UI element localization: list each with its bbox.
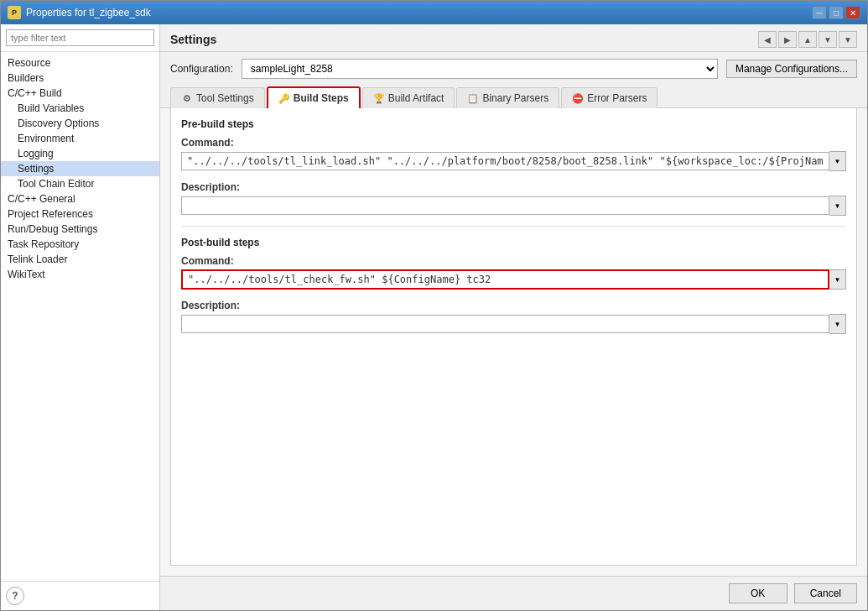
tab-build-artifact[interactable]: 🏆 Build Artifact — [362, 87, 455, 108]
panel-title: Settings — [170, 33, 216, 46]
filter-input[interactable] — [6, 29, 154, 46]
build-artifact-icon: 🏆 — [373, 92, 385, 104]
tab-bar: ⚙ Tool Settings 🔑 Build Steps 🏆 Build Ar… — [160, 86, 867, 108]
pre-description-label: Description: — [181, 181, 846, 193]
pre-command-input[interactable] — [181, 152, 829, 170]
config-label: Configuration: — [170, 63, 233, 75]
sidebar-item-project-references[interactable]: Project References — [1, 206, 159, 222]
sidebar-item-build-variables[interactable]: Build Variables — [1, 101, 159, 116]
error-parsers-icon: ⛔ — [572, 92, 584, 104]
config-row: Configuration: sampleLight_8258 Manage C… — [160, 52, 867, 86]
post-command-group: Command: ▼ — [181, 255, 846, 290]
sidebar-item-task-repository[interactable]: Task Repository — [1, 237, 159, 252]
post-description-input[interactable] — [181, 315, 829, 333]
main-window: P Properties for tl_zigbee_sdk ─ □ ✕ Res… — [0, 0, 868, 611]
post-description-label: Description: — [181, 300, 846, 311]
tab-build-steps[interactable]: 🔑 Build Steps — [267, 86, 361, 108]
config-select[interactable]: sampleLight_8258 — [242, 59, 718, 79]
pre-command-row: ▼ — [181, 151, 846, 171]
sidebar-item-run-debug-settings[interactable]: Run/Debug Settings — [1, 222, 159, 237]
window-controls: ─ □ ✕ — [812, 6, 860, 19]
help-button[interactable]: ? — [6, 587, 24, 605]
title-bar: P Properties for tl_zigbee_sdk ─ □ ✕ — [1, 1, 867, 24]
tree-area: Resource Builders C/C++ Build Build Vari… — [1, 52, 159, 581]
sidebar-item-discovery-options[interactable]: Discovery Options — [1, 116, 159, 131]
sidebar-item-resource[interactable]: Resource — [1, 55, 159, 70]
sidebar-item-tool-chain-editor[interactable]: Tool Chain Editor — [1, 176, 159, 191]
menu-button[interactable]: ▼ — [839, 31, 857, 48]
minimize-button[interactable]: ─ — [812, 6, 827, 19]
post-description-row: ▼ — [181, 314, 846, 334]
filter-box — [1, 24, 159, 52]
pre-description-input[interactable] — [181, 196, 829, 215]
sidebar-item-telink-loader[interactable]: Telink Loader — [1, 252, 159, 267]
manage-configurations-button[interactable]: Manage Configurations... — [726, 60, 857, 78]
up-button[interactable]: ▲ — [798, 31, 817, 48]
section-divider — [181, 226, 846, 227]
nav-buttons: ◀ ▶ ▲ ▼ ▼ — [758, 31, 857, 48]
close-button[interactable]: ✕ — [845, 6, 860, 19]
post-command-row: ▼ — [181, 269, 846, 290]
post-build-section-title: Post-build steps — [181, 237, 846, 248]
sidebar-item-logging[interactable]: Logging — [1, 146, 159, 161]
pre-command-dropdown[interactable]: ▼ — [829, 151, 846, 171]
sidebar-item-wikitext[interactable]: WikiText — [1, 267, 159, 282]
sidebar-item-cpp-build[interactable]: C/C++ Build — [1, 86, 159, 101]
pre-build-section-title: Pre-build steps — [181, 118, 846, 130]
post-command-label: Command: — [181, 255, 846, 267]
main-panel: Settings ◀ ▶ ▲ ▼ ▼ Configuration: sample… — [160, 24, 867, 610]
cancel-button[interactable]: Cancel — [794, 583, 857, 603]
pre-command-group: Command: ▼ — [181, 137, 846, 171]
ok-button[interactable]: OK — [729, 583, 787, 603]
tab-content-build-steps: Pre-build steps Command: ▼ Description: … — [170, 108, 857, 566]
binary-parsers-icon: 📋 — [467, 92, 479, 104]
sidebar-item-builders[interactable]: Builders — [1, 70, 159, 86]
sidebar: Resource Builders C/C++ Build Build Vari… — [1, 24, 160, 610]
sidebar-item-cpp-general[interactable]: C/C++ General — [1, 191, 159, 206]
sidebar-item-environment[interactable]: Environment — [1, 131, 159, 146]
forward-button[interactable]: ▶ — [778, 31, 797, 48]
maximize-button[interactable]: □ — [829, 6, 844, 19]
pre-description-group: Description: ▼ — [181, 181, 846, 216]
sidebar-item-settings[interactable]: Settings — [1, 161, 159, 176]
build-steps-icon: 🔑 — [278, 92, 290, 104]
sidebar-bottom: ? — [1, 581, 159, 610]
pre-description-dropdown[interactable]: ▼ — [829, 196, 846, 216]
pre-command-label: Command: — [181, 137, 846, 149]
dropdown-button[interactable]: ▼ — [819, 31, 837, 48]
post-command-input[interactable] — [181, 269, 829, 290]
window-title: Properties for tl_zigbee_sdk — [26, 7, 151, 18]
window-icon: P — [8, 6, 21, 19]
back-button[interactable]: ◀ — [758, 31, 777, 48]
content-area: Resource Builders C/C++ Build Build Vari… — [1, 24, 867, 610]
tab-tool-settings[interactable]: ⚙ Tool Settings — [170, 87, 265, 108]
tab-error-parsers[interactable]: ⛔ Error Parsers — [561, 87, 657, 108]
pre-description-row: ▼ — [181, 196, 846, 216]
tool-settings-icon: ⚙ — [181, 92, 193, 104]
panel-header: Settings ◀ ▶ ▲ ▼ ▼ — [160, 24, 867, 52]
post-description-dropdown[interactable]: ▼ — [829, 314, 846, 334]
post-command-dropdown[interactable]: ▼ — [829, 269, 846, 290]
post-description-group: Description: ▼ — [181, 300, 846, 334]
tab-binary-parsers[interactable]: 📋 Binary Parsers — [456, 87, 559, 108]
dialog-footer: OK Cancel — [160, 576, 867, 610]
